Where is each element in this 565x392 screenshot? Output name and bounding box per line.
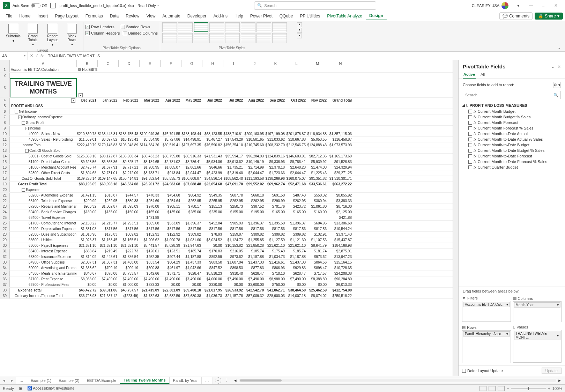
data-cell[interactable]: $461.97 (161, 265, 181, 271)
measure-item[interactable]: fxCurrent Month Forecast % Sales (462, 125, 562, 131)
data-cell[interactable]: $3,024.52 (202, 237, 223, 243)
pivot-row-label[interactable]: 68100 · Telephone Expense (10, 198, 77, 204)
data-cell[interactable] (265, 103, 286, 109)
cell[interactable] (307, 78, 328, 97)
autosave-toggle[interactable]: AutoSave Off (13, 3, 47, 8)
data-cell[interactable]: $888.84 (77, 249, 98, 254)
pane-options-icon[interactable]: ⌄ (551, 64, 555, 69)
tab-qqube[interactable]: QQube (276, 12, 297, 20)
sheet-tab-active[interactable]: Trailing Twelve Months (120, 377, 169, 384)
data-cell[interactable]: $892.59 (202, 254, 223, 259)
row-header[interactable]: 29 (0, 237, 10, 243)
fields-list[interactable]: ◢ ΣPROFIT AND LOSS MEASURES fxCurrent Mo… (459, 101, 565, 287)
data-cell[interactable]: $1,124.72 (223, 237, 244, 243)
filter-pill[interactable]: Account is EBITDA Calc…▾ (463, 302, 510, 307)
data-cell[interactable] (223, 120, 244, 125)
column-month-header[interactable]: May 2022 (181, 98, 202, 103)
data-cell[interactable]: $91,526.83 (328, 159, 353, 164)
data-cell[interactable]: $7,490.00 (223, 276, 244, 282)
data-cell[interactable]: $13,306.60 (328, 221, 353, 226)
data-cell[interactable]: $533.09 (161, 221, 181, 226)
data-cell[interactable]: $163,448.31 (98, 131, 119, 136)
data-cell[interactable]: $1,028.37 (77, 237, 98, 243)
measure-item[interactable]: fxCurrent Month-to-Date Forecast % Sales (462, 159, 562, 164)
data-cell[interactable]: $0.00 (161, 282, 181, 287)
data-cell[interactable]: $905.93 (223, 221, 244, 226)
data-cell[interactable]: $1,735.21 (223, 165, 244, 170)
data-cell[interactable]: $1,367.31 (98, 260, 119, 265)
column-header[interactable]: L (286, 60, 307, 67)
cell[interactable] (265, 73, 286, 78)
column-header[interactable]: N (328, 60, 353, 67)
data-cell[interactable]: $28,900.03 (265, 293, 286, 298)
user-account[interactable]: CLEARIFY USA (472, 2, 508, 9)
table-row[interactable]: 13-Cost Of Goods Sold (0, 148, 453, 154)
cell[interactable] (119, 73, 140, 78)
data-cell[interactable]: $864.56 (307, 260, 328, 265)
pivot-row-label[interactable]: 67100 · Rent Expense (10, 276, 77, 282)
table-row[interactable]: 5PROFIT AND LOSS (0, 103, 453, 109)
data-cell[interactable]: $68,123.55 (202, 131, 223, 136)
data-cell[interactable]: $109,049.36 (140, 131, 161, 136)
column-header[interactable]: I (223, 60, 244, 67)
style-thumb[interactable] (272, 33, 287, 43)
defer-update-checkbox[interactable]: Defer Layout Update (462, 369, 503, 373)
row-header[interactable]: 9 (0, 126, 10, 131)
data-cell[interactable]: $10,193.41 (119, 137, 140, 142)
cell[interactable] (223, 78, 244, 97)
pivot-row-label[interactable]: 61700 · Computer and Internet Expense (10, 221, 77, 226)
row-header[interactable]: 20 (0, 187, 10, 192)
row-header[interactable]: 17 (0, 170, 10, 176)
data-cell[interactable]: $1,225.46 (307, 170, 328, 176)
data-cell[interactable]: $262.95 (286, 198, 307, 204)
data-cell[interactable]: $8,028.39 (161, 243, 181, 248)
cell[interactable] (244, 73, 265, 78)
cell[interactable] (307, 67, 328, 72)
data-cell[interactable]: $0.00 (202, 243, 223, 248)
data-cell[interactable]: $817.56 (181, 226, 202, 231)
data-cell[interactable]: $8,518.23 (202, 271, 223, 276)
data-cell[interactable]: $986.32 (77, 204, 98, 209)
data-cell[interactable] (98, 215, 119, 220)
data-cell[interactable]: $197,199.08 (265, 131, 286, 136)
data-cell[interactable] (77, 114, 98, 120)
data-cell[interactable]: $877.83 (244, 265, 265, 271)
data-cell[interactable]: $2,717.21 (119, 165, 140, 170)
table-row[interactable]: 3460000 · Advertising and Promotion$1,68… (0, 265, 453, 271)
data-cell[interactable]: $41,062.71 (265, 288, 286, 293)
data-cell[interactable]: $1,814.09 (77, 254, 98, 259)
data-cell[interactable]: $1,857,115.06 (328, 131, 353, 136)
row-header[interactable]: 18 (0, 176, 10, 181)
data-cell[interactable] (307, 109, 328, 114)
pivot-row-label[interactable]: Ordinary Income/Expense Total (10, 293, 77, 298)
cell[interactable] (244, 78, 265, 97)
tab-insert[interactable]: Insert (34, 12, 51, 20)
data-cell[interactable]: $2,875.91 (328, 249, 353, 254)
cell[interactable] (286, 67, 307, 72)
row-header[interactable]: 35 (0, 271, 10, 276)
data-cell[interactable]: $1,437.33 (181, 260, 202, 265)
data-cell[interactable]: $135.00 (161, 209, 181, 215)
data-cell[interactable] (202, 114, 223, 120)
data-cell[interactable]: $262.95 (244, 198, 265, 204)
data-cell[interactable]: $21,621.10 (265, 243, 286, 248)
pivot-row-label[interactable]: 60400 · Bank Service Charges (10, 209, 77, 215)
data-cell[interactable]: $39,408.10 (181, 288, 202, 293)
checkbox-icon[interactable] (468, 110, 472, 113)
column-header[interactable]: J (244, 60, 265, 67)
style-thumb[interactable] (194, 33, 208, 43)
data-cell[interactable]: $96,284.93 (244, 154, 265, 159)
column-header[interactable]: D (119, 60, 140, 67)
cell[interactable] (140, 67, 161, 72)
page-layout-view-button[interactable] (489, 386, 496, 391)
data-cell[interactable]: $222,419.79 (77, 142, 98, 148)
data-cell[interactable]: $29,271.25 (328, 170, 353, 176)
cell[interactable] (328, 78, 353, 97)
data-cell[interactable]: $165.00 (286, 209, 307, 215)
data-cell[interactable]: $55,535.73 (161, 176, 181, 181)
data-cell[interactable] (161, 148, 181, 153)
name-box[interactable]: A3▾ (0, 52, 28, 60)
row-header[interactable]: 15 (0, 159, 10, 164)
data-cell[interactable]: $421.88 (328, 215, 353, 220)
data-cell[interactable]: $57,009.32 (244, 293, 265, 298)
